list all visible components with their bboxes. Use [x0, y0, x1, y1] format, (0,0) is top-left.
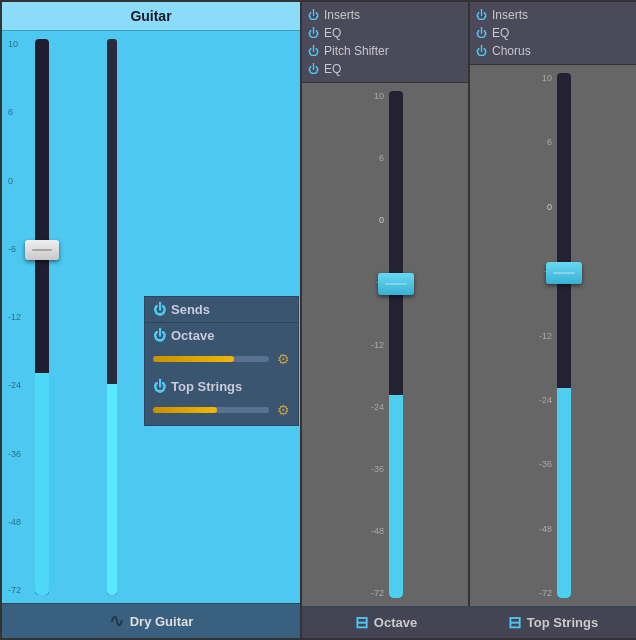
octave-slider-container: ⚙	[145, 348, 298, 374]
topstrings-inserts: ⏻ Inserts ⏻ EQ ⏻ Chorus	[470, 2, 636, 65]
ts-scale-10: 10	[542, 73, 552, 83]
scale-n72: -72	[371, 588, 384, 598]
scale-n24: -24	[371, 402, 384, 412]
octave-insert-2[interactable]: ⏻ Pitch Shifter	[308, 42, 462, 60]
sends-label: Sends	[171, 302, 210, 317]
octave-insert-3[interactable]: ⏻ EQ	[308, 60, 462, 78]
ts-expand-icon[interactable]: ⊟	[508, 613, 521, 632]
guitar-footer-label: Dry Guitar	[130, 614, 194, 629]
ts-scale-n24: -24	[539, 395, 552, 405]
channel-octave: ⏻ Inserts ⏻ EQ ⏻ Pitch Shifter ⏻ EQ 10	[302, 2, 470, 638]
top-strings-power-icon[interactable]: ⏻	[153, 379, 166, 394]
top-strings-send-row[interactable]: ⏻ Top Strings	[145, 374, 298, 399]
top-strings-slider[interactable]	[153, 407, 269, 413]
topstrings-fader-scale: 10 6 0 -6 -12 -24 -36 -48 -72	[513, 65, 593, 606]
mixer: Guitar 10 6 0 -6 -12 -24 -36 -48 -72	[0, 0, 636, 640]
scale-6: 6	[379, 153, 384, 163]
octave-insert-label-0: Inserts	[324, 8, 360, 22]
guitar-fader-area: 10 6 0 -6 -12 -24 -36 -48 -72	[2, 31, 300, 603]
scale-n12: -12	[371, 340, 384, 350]
octave-insert-0[interactable]: ⏻ Inserts	[308, 6, 462, 24]
octave-insert-label-1: EQ	[324, 26, 341, 40]
topstrings-insert-label-2: Chorus	[492, 44, 531, 58]
octave-insert-1[interactable]: ⏻ EQ	[308, 24, 462, 42]
topstrings-insert-0[interactable]: ⏻ Inserts	[476, 6, 630, 24]
channel-guitar: Guitar 10 6 0 -6 -12 -24 -36 -48 -72	[2, 2, 302, 638]
octave-send-row[interactable]: ⏻ Octave	[145, 322, 298, 348]
octave-slider[interactable]	[153, 356, 269, 362]
octave-pin-icon[interactable]: ⚙	[277, 351, 290, 367]
octave-insert-power-3[interactable]: ⏻	[308, 63, 319, 75]
octave-footer-label: Octave	[374, 615, 417, 630]
ts-scale-0: 0	[547, 202, 552, 212]
top-strings-pin-icon[interactable]: ⚙	[277, 402, 290, 418]
octave-insert-power-1[interactable]: ⏻	[308, 27, 319, 39]
wavefront-icon: ∿	[109, 610, 124, 632]
octave-fader-body: 10 6 0 -6 -12 -24 -36 -48 -72	[302, 83, 468, 606]
guitar-channel-header: Guitar	[2, 2, 300, 31]
topstrings-fader[interactable]	[554, 73, 574, 598]
topstrings-insert-label-0: Inserts	[492, 8, 528, 22]
ts-scale-6: 6	[547, 137, 552, 147]
ts-scale-n48: -48	[539, 524, 552, 534]
octave-inserts: ⏻ Inserts ⏻ EQ ⏻ Pitch Shifter ⏻ EQ	[302, 2, 468, 83]
topstrings-insert-power-1[interactable]: ⏻	[476, 27, 487, 39]
topstrings-insert-2[interactable]: ⏻ Chorus	[476, 42, 630, 60]
expand-icon[interactable]: ⊟	[355, 613, 368, 632]
guitar-fader-handle[interactable]	[25, 240, 59, 260]
topstrings-fader-body: 10 6 0 -6 -12 -24 -36 -48 -72	[470, 65, 636, 606]
scale-0: 0	[379, 215, 384, 225]
scale-n36: -36	[371, 464, 384, 474]
octave-send-label: Octave	[171, 328, 214, 343]
channel-topstrings: ⏻ Inserts ⏻ EQ ⏻ Chorus 10 6 0 -6	[470, 2, 636, 638]
sends-popup: ⏻ Sends ⏻ Octave ⚙	[144, 296, 299, 426]
topstrings-footer: ⊟ Top Strings	[470, 606, 636, 638]
topstrings-footer-label: Top Strings	[527, 615, 598, 630]
scale-10: 10	[374, 91, 384, 101]
octave-insert-power-2[interactable]: ⏻	[308, 45, 319, 57]
sends-row[interactable]: ⏻ Sends	[145, 297, 298, 322]
octave-fader-handle[interactable]	[378, 273, 414, 295]
ts-scale-n36: -36	[539, 459, 552, 469]
guitar-footer: ∿ Dry Guitar	[2, 603, 300, 638]
scale-n48: -48	[371, 526, 384, 536]
topstrings-insert-1[interactable]: ⏻ EQ	[476, 24, 630, 42]
topstrings-insert-power-2[interactable]: ⏻	[476, 45, 487, 57]
sends-power-icon[interactable]: ⏻	[153, 302, 166, 317]
topstrings-insert-power-0[interactable]: ⏻	[476, 9, 487, 21]
octave-fader[interactable]	[386, 91, 406, 598]
octave-fader-scale: 10 6 0 -6 -12 -24 -36 -48 -72	[345, 83, 425, 606]
topstrings-insert-label-1: EQ	[492, 26, 509, 40]
ts-scale-n72: -72	[539, 588, 552, 598]
top-strings-slider-container: ⚙	[145, 399, 298, 425]
topstrings-fader-handle[interactable]	[546, 262, 582, 284]
octave-power-icon[interactable]: ⏻	[153, 328, 166, 343]
octave-insert-label-3: EQ	[324, 62, 341, 76]
octave-footer: ⊟ Octave	[302, 606, 470, 638]
octave-insert-power-0[interactable]: ⏻	[308, 9, 319, 21]
octave-insert-label-2: Pitch Shifter	[324, 44, 389, 58]
top-strings-send-label: Top Strings	[171, 379, 242, 394]
ts-scale-n12: -12	[539, 331, 552, 341]
